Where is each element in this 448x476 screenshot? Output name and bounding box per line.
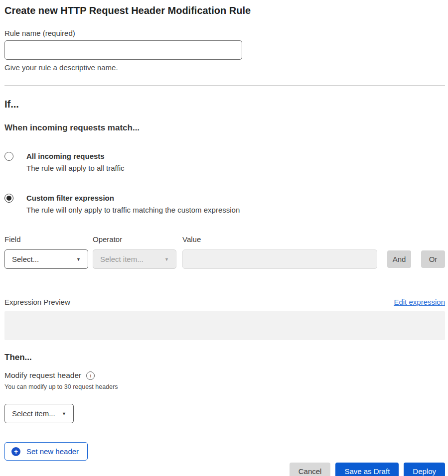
field-select-value: Select... <box>12 255 39 263</box>
radio-all-incoming-icon[interactable] <box>4 152 13 161</box>
radio-custom-filter-label[interactable]: Custom filter expression <box>26 193 240 203</box>
rule-name-input[interactable] <box>4 40 242 60</box>
rule-name-helper: Give your rule a descriptive name. <box>4 63 445 72</box>
edit-expression-link[interactable]: Edit expression <box>394 298 445 306</box>
info-icon[interactable]: i <box>86 371 95 380</box>
radio-custom-filter-icon[interactable] <box>4 194 13 203</box>
header-item-select-value: Select item... <box>12 409 55 418</box>
expression-preview-label: Expression Preview <box>4 298 70 306</box>
rule-name-label: Rule name (required) <box>4 28 445 38</box>
radio-option-custom-filter[interactable]: Custom filter expression The rule will o… <box>4 193 445 215</box>
operator-select-value: Select item... <box>100 255 144 263</box>
deploy-button[interactable]: Deploy <box>404 463 445 476</box>
operator-select[interactable]: Select item... ▼ <box>93 249 176 269</box>
create-rule-page: Create new HTTP Request Header Modificat… <box>0 0 448 476</box>
chevron-down-icon: ▼ <box>62 411 66 416</box>
modify-header-row: Modify request header i <box>4 371 445 380</box>
plus-icon: + <box>11 447 20 456</box>
then-heading: Then... <box>4 352 445 362</box>
modify-header-helper: You can modify up to 30 request headers <box>4 383 445 390</box>
footer-actions: Cancel Save as Draft Deploy <box>4 463 445 476</box>
expression-builder-row: Field Select... ▼ Operator Select item..… <box>4 235 445 269</box>
expression-preview-header: Expression Preview Edit expression <box>4 298 445 306</box>
chevron-down-icon: ▼ <box>164 257 169 262</box>
radio-custom-filter-description: The rule will only apply to traffic matc… <box>26 205 240 215</box>
value-label: Value <box>182 235 377 244</box>
radio-all-incoming-label[interactable]: All incoming requests <box>26 151 124 161</box>
and-button[interactable]: And <box>387 250 411 268</box>
field-select[interactable]: Select... ▼ <box>4 249 88 269</box>
cancel-button[interactable]: Cancel <box>290 463 331 476</box>
or-button[interactable]: Or <box>421 250 445 268</box>
set-new-header-button[interactable]: + Set new header <box>4 442 88 461</box>
expression-preview-box <box>4 311 445 340</box>
header-item-select[interactable]: Select item... ▼ <box>4 404 74 423</box>
section-divider <box>4 85 445 86</box>
value-input[interactable] <box>182 249 377 269</box>
set-new-header-label: Set new header <box>26 447 79 456</box>
radio-all-incoming-description: The rule will apply to all traffic <box>26 163 124 173</box>
chevron-down-icon: ▼ <box>76 257 81 262</box>
page-title: Create new HTTP Request Header Modificat… <box>4 4 445 17</box>
match-subheading: When incoming requests match... <box>4 122 445 133</box>
field-label: Field <box>4 235 88 244</box>
save-as-draft-button[interactable]: Save as Draft <box>335 463 399 476</box>
modify-request-header-label: Modify request header <box>4 371 81 380</box>
operator-label: Operator <box>93 235 176 244</box>
if-heading: If... <box>4 98 445 110</box>
radio-option-all-requests[interactable]: All incoming requests The rule will appl… <box>4 151 445 173</box>
